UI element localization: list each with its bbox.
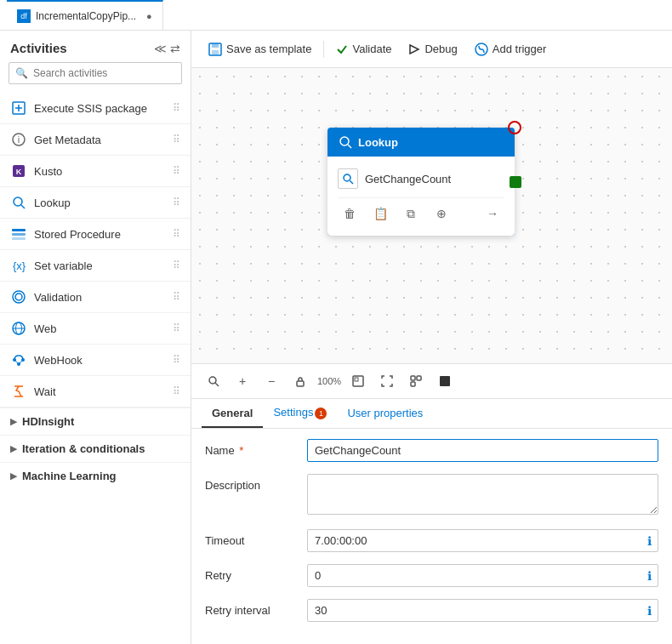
validation-icon <box>10 288 27 305</box>
search-canvas-button[interactable] <box>202 369 225 393</box>
list-item[interactable]: Stored Procedure ⠿ <box>0 219 191 250</box>
mini-toolbar: + − 100% <box>191 364 672 399</box>
list-item[interactable]: K Kusto ⠿ <box>0 156 191 187</box>
auto-layout-button[interactable] <box>404 369 428 393</box>
info-activity-button[interactable]: 📋 <box>368 202 392 225</box>
list-item[interactable]: {x} Set variable ⠿ <box>0 250 191 282</box>
tab-general[interactable]: General <box>202 400 263 428</box>
drag-handle-icon: ⠿ <box>173 228 180 240</box>
properties-tabs: General Settings1 User properties <box>191 399 672 429</box>
node-actions: 🗑 📋 ⧉ ⊕ → <box>338 197 504 229</box>
validate-button[interactable]: Validate <box>329 39 398 59</box>
svg-rect-23 <box>212 50 219 54</box>
activity-label: Wait <box>34 385 56 398</box>
name-label: Name * <box>205 439 307 457</box>
drag-handle-icon: ⠿ <box>173 322 180 334</box>
chevron-right-icon: ▶ <box>10 470 17 482</box>
activities-sidebar: Activities ≪ ⇄ 🔍 Execute SSIS pa <box>0 31 191 644</box>
kusto-icon: K <box>10 162 27 180</box>
success-port[interactable] <box>510 176 521 188</box>
description-input[interactable] <box>307 474 658 515</box>
activity-label: Get Metadata <box>34 134 101 146</box>
sidebar-header: Activities ≪ ⇄ <box>0 31 191 62</box>
fit-canvas-button[interactable] <box>346 369 370 393</box>
add-trigger-button[interactable]: Add trigger <box>468 39 554 60</box>
set-variable-icon: {x} <box>10 257 27 274</box>
debug-button[interactable]: Debug <box>401 39 464 59</box>
drag-handle-icon: ⠿ <box>173 134 180 145</box>
activity-list: Execute SSIS package ⠿ i Get Metadata ⠿ <box>0 93 191 644</box>
retry-interval-info-icon[interactable]: ℹ <box>647 604 652 618</box>
drag-handle-icon: ⠿ <box>173 197 180 208</box>
retry-label: Retry <box>205 564 307 582</box>
drag-handle-icon: ⠿ <box>173 165 180 177</box>
add-activity-button[interactable]: ⊕ <box>430 202 453 225</box>
activity-label: Execute SSIS package <box>34 102 147 115</box>
list-item[interactable]: WebHook ⠿ <box>0 345 191 376</box>
node-type-label: Lookup <box>358 136 398 149</box>
add-node-button[interactable]: + <box>231 369 254 393</box>
timeout-info-icon[interactable]: ℹ <box>647 534 652 548</box>
svg-text:i: i <box>18 134 20 145</box>
lookup-node[interactable]: Lookup GetChangeCount 🗑 📋 ⧉ <box>327 128 515 236</box>
tab-icon: df <box>17 9 31 23</box>
list-item[interactable]: Lookup ⠿ <box>0 187 191 219</box>
search-input[interactable] <box>9 62 182 84</box>
retry-input[interactable] <box>307 564 658 587</box>
svg-rect-35 <box>411 376 415 380</box>
expand-icon[interactable]: ⇄ <box>170 42 180 55</box>
node-activity: GetChangeCount <box>338 163 504 194</box>
hdinsight-group[interactable]: ▶ HDInsight <box>0 407 191 435</box>
lock-button[interactable] <box>288 369 312 393</box>
svg-point-30 <box>209 377 216 384</box>
remove-node-button[interactable]: − <box>259 369 283 393</box>
name-input[interactable] <box>307 439 658 462</box>
pipeline-canvas[interactable]: Lookup GetChangeCount 🗑 📋 ⧉ <box>191 68 672 363</box>
timeout-input[interactable] <box>307 529 658 552</box>
svg-rect-38 <box>440 376 450 386</box>
sidebar-title: Activities <box>10 41 67 55</box>
machine-learning-group[interactable]: ▶ Machine Learning <box>0 462 191 489</box>
retry-interval-input[interactable] <box>307 599 658 622</box>
list-item[interactable]: Wait ⠿ <box>0 376 191 407</box>
svg-line-19 <box>14 360 19 364</box>
list-item[interactable]: Validation ⠿ <box>0 282 191 313</box>
svg-point-11 <box>13 291 25 303</box>
dark-mode-button[interactable] <box>433 369 457 393</box>
save-as-template-button[interactable]: Save as template <box>202 39 318 60</box>
webhook-icon <box>10 351 27 368</box>
save-template-icon <box>208 43 222 56</box>
error-indicator <box>508 121 521 134</box>
execute-ssis-icon <box>10 100 27 117</box>
iteration-group[interactable]: ▶ Iteration & conditionals <box>0 435 191 462</box>
svg-rect-32 <box>297 381 304 386</box>
retry-info-icon[interactable]: ℹ <box>647 569 652 583</box>
tab-close-button[interactable]: ● <box>146 11 152 21</box>
drag-handle-icon: ⠿ <box>173 102 180 114</box>
tab-user-properties[interactable]: User properties <box>337 400 433 428</box>
svg-line-20 <box>19 360 23 364</box>
connect-activity-button[interactable]: → <box>481 202 504 225</box>
list-item[interactable]: Execute SSIS package ⠿ <box>0 93 191 124</box>
delete-activity-button[interactable]: 🗑 <box>338 202 362 225</box>
copy-activity-button[interactable]: ⧉ <box>399 202 423 225</box>
zoom-fit-button[interactable]: 100% <box>317 369 341 393</box>
tab-settings[interactable]: Settings1 <box>263 399 337 428</box>
pipeline-tab[interactable]: df IncrementalCopyPip... ● <box>7 0 163 30</box>
timeout-row: Timeout ℹ <box>205 529 658 552</box>
zoom-out-button[interactable] <box>375 369 399 393</box>
retry-interval-control: ℹ <box>307 599 658 622</box>
svg-rect-22 <box>212 43 219 48</box>
activity-label: Validation <box>34 291 82 304</box>
timeout-label: Timeout <box>205 529 307 547</box>
lookup-node-icon <box>338 134 353 150</box>
chevron-right-icon: ▶ <box>10 443 17 454</box>
svg-marker-24 <box>410 45 419 54</box>
collapse-icon[interactable]: ≪ <box>154 42 167 55</box>
list-item[interactable]: i Get Metadata ⠿ <box>0 124 191 156</box>
list-item[interactable]: Web ⠿ <box>0 313 191 345</box>
tab-label: IncrementalCopyPip... <box>36 10 136 22</box>
svg-point-12 <box>15 294 22 300</box>
group-label: Machine Learning <box>22 470 117 482</box>
svg-point-26 <box>340 137 349 145</box>
